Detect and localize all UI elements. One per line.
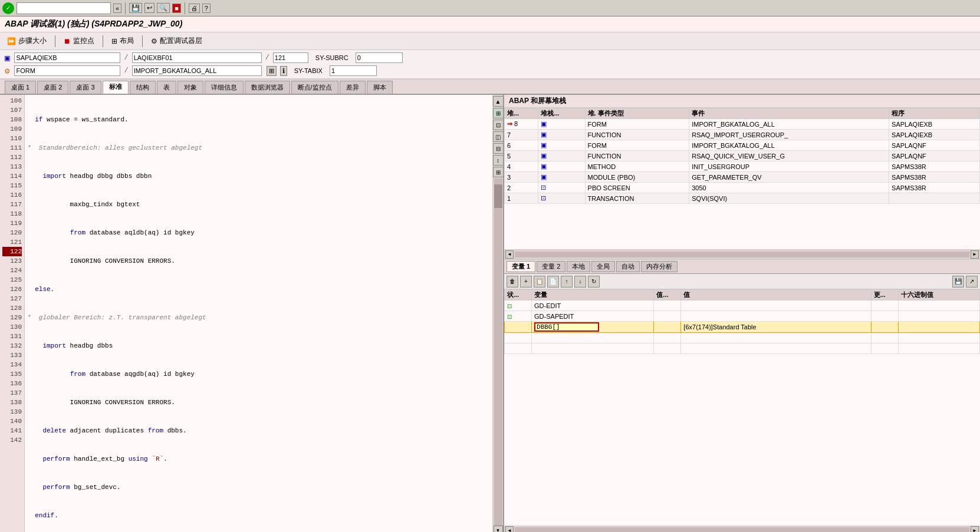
var-h-scroll-left[interactable]: ◄ <box>505 526 514 532</box>
table-row[interactable]: ⇒ 8 ▣ FORM IMPORT_BGKATALOG_ALL SAPLAQIE… <box>505 119 980 130</box>
scroll-down-btn[interactable]: ▼ <box>494 526 503 532</box>
scrollbar-track[interactable] <box>494 179 502 526</box>
var-row-gd-edit[interactable]: ⊡ GD-EDIT <box>505 300 980 311</box>
var-tab-auto[interactable]: 自动 <box>616 261 640 272</box>
var-tab-memory[interactable]: 内存分析 <box>641 261 678 272</box>
code-line-113: * globaler Bereich: z.T. transparent abg… <box>27 313 490 322</box>
table-row[interactable]: 6 ▣ FORM IMPORT_BGKATALOG_ALL SAPLAQNF <box>505 140 980 151</box>
top-input[interactable] <box>17 2 111 14</box>
scroll-up-btn[interactable]: ▲ <box>493 96 504 107</box>
tab-standard[interactable]: 标准 <box>103 81 129 94</box>
var-tab-global[interactable]: 全局 <box>591 261 615 272</box>
stack-event-type: FORM <box>585 140 689 151</box>
tab-browser[interactable]: 数据浏览器 <box>245 81 290 94</box>
var-refresh-btn[interactable]: ↻ <box>588 276 600 288</box>
toolbar-undo-btn[interactable]: ↩ <box>144 3 154 13</box>
toolbar-step-size[interactable]: ⏩ 步骤大小 <box>5 35 49 47</box>
tab-desktop3[interactable]: 桌面 3 <box>70 81 101 94</box>
tab-object[interactable]: 对象 <box>177 81 203 94</box>
toolbar-find-btn[interactable]: 🔍 <box>157 3 170 13</box>
sy-tabix-label: SY-TABIX <box>290 67 327 74</box>
var-row-gd-sapedit[interactable]: ⊡ GD-SAPEDIT <box>505 311 980 322</box>
stack-col-program: 程序 <box>889 108 980 119</box>
tab-table[interactable]: 表 <box>157 81 176 94</box>
toolbar-save-btn[interactable]: 💾 <box>129 3 142 13</box>
tab-detail[interactable]: 详细信息 <box>205 81 244 94</box>
code-icon2[interactable]: ⊡ <box>493 120 504 130</box>
var-h-scroll-track[interactable] <box>515 527 969 532</box>
var-row-dbbg[interactable]: [6x7(174)]Standard Table <box>505 322 980 333</box>
status-check-icon: ✓ <box>2 2 14 14</box>
toolbar-help-btn[interactable]: ? <box>202 4 211 13</box>
var-copy-btn[interactable]: 📋 <box>534 276 545 288</box>
code-icon6[interactable]: ⊞ <box>493 167 504 177</box>
var-h-scroll-right[interactable]: ► <box>971 526 979 532</box>
line-input[interactable] <box>273 52 308 63</box>
table-row[interactable]: 5 ▣ FUNCTION RSAQ_QUICK_VIEW_USER_G SAPL… <box>505 151 980 161</box>
form-name-input[interactable] <box>132 65 262 76</box>
var-tab-1[interactable]: 变量 1 <box>507 261 535 272</box>
var-status: ⊡ <box>505 300 532 311</box>
form-type-input[interactable] <box>14 65 120 76</box>
var-save-btn[interactable]: 💾 <box>952 276 964 288</box>
tab-breakpoint[interactable]: 断点/监控点 <box>291 81 338 94</box>
stack-h-scroll: ◄ ► <box>504 249 980 259</box>
stack-program: SAPMS38R <box>889 183 980 193</box>
toolbar-stop-btn[interactable]: ■ <box>172 4 181 13</box>
stack-icon: ▣ <box>538 161 585 172</box>
var-export-btn[interactable]: ↗ <box>966 276 978 288</box>
var-tab-local[interactable]: 本地 <box>567 261 590 272</box>
toolbar-layout[interactable]: ⊞ 布局 <box>109 35 136 47</box>
stack-icon: ▣ <box>538 140 585 151</box>
var-delete-btn[interactable]: 🗑 <box>507 276 518 288</box>
include-input[interactable] <box>132 52 262 63</box>
tab-structure[interactable]: 结构 <box>130 81 156 94</box>
toolbar-config[interactable]: ⚙ 配置调试器层 <box>149 35 205 47</box>
tab-script[interactable]: 脚本 <box>367 81 393 94</box>
breakpoint-label: 监控点 <box>73 36 94 46</box>
stack-program: SAPLAQIEXB <box>889 119 980 130</box>
sy-subrc-input[interactable] <box>356 52 403 63</box>
toolbar-prev-btn[interactable]: « <box>113 4 121 13</box>
var-add-btn[interactable]: + <box>520 276 532 288</box>
code-icon3[interactable]: ◫ <box>493 131 504 142</box>
table-row[interactable]: 7 ▣ FUNCTION RSAQ_IMPORT_USERGROUP_ SAPL… <box>505 130 980 140</box>
code-icon1[interactable]: ⊞ <box>493 108 504 118</box>
var-name-input[interactable] <box>534 322 599 332</box>
program-input[interactable] <box>14 52 120 63</box>
form-nav-btn[interactable]: ⊞ <box>267 66 277 76</box>
code-area: 106 107 108 109 110 111 112 113 114 115 … <box>0 95 503 532</box>
toolbar-breakpoint[interactable]: ⏹ 监控点 <box>61 35 97 47</box>
var-value: [6x7(174)]Standard Table <box>681 322 871 333</box>
code-content[interactable]: if wspace = ws_standard. * Standardberei… <box>25 95 492 532</box>
tab-desktop2[interactable]: 桌面 2 <box>37 81 68 94</box>
toolbar-print-btn[interactable]: 🖨 <box>189 4 200 13</box>
var-paste-btn[interactable]: 📄 <box>547 276 559 288</box>
tab-desktop1[interactable]: 桌面 1 <box>5 81 36 94</box>
code-icon5[interactable]: ↕ <box>493 155 504 166</box>
form-info-btn[interactable]: ℹ <box>280 66 287 76</box>
h-scroll-right[interactable]: ► <box>971 250 979 259</box>
step-size-label: 步骤大小 <box>18 36 47 46</box>
table-row[interactable]: 4 ▣ METHOD INIT_USERGROUP SAPMS38R <box>505 161 980 172</box>
sep1 <box>125 2 126 14</box>
table-row[interactable]: 3 ▣ MODULE (PBO) GET_PARAMETER_QV SAPMS3… <box>505 172 980 183</box>
var-empty <box>654 333 681 343</box>
sy-tabix-input[interactable] <box>330 65 377 76</box>
code-icon4[interactable]: ⊟ <box>493 143 504 154</box>
var-bottom-scroll: ◄ ► <box>504 526 980 532</box>
h-scroll-left[interactable]: ◄ <box>505 250 514 259</box>
var-tab-2[interactable]: 变量 2 <box>537 261 565 272</box>
var-down-btn[interactable]: ↓ <box>574 276 586 288</box>
stack-event: IMPORT_BGKATALOG_ALL <box>689 140 889 151</box>
h-scroll-track[interactable] <box>515 252 969 257</box>
table-row[interactable]: 1 ⊡ TRANSACTION SQVI(SQVI) <box>505 193 980 204</box>
var-up-btn[interactable]: ↑ <box>561 276 573 288</box>
stack-program: SAPLAQIEXB <box>889 130 980 140</box>
var-empty <box>681 333 871 343</box>
tab-diff[interactable]: 差异 <box>340 81 366 94</box>
var-table: 状... 变量 值... 值 更... 十六进制值 ⊡ GD-EDIT <box>504 289 980 354</box>
var-val-short <box>654 311 681 322</box>
debug-toolbar: ⏩ 步骤大小 ⏹ 监控点 ⊞ 布局 ⚙ 配置调试器层 <box>0 32 980 50</box>
table-row[interactable]: 2 ⊡ PBO SCREEN 3050 SAPMS38R <box>505 183 980 193</box>
